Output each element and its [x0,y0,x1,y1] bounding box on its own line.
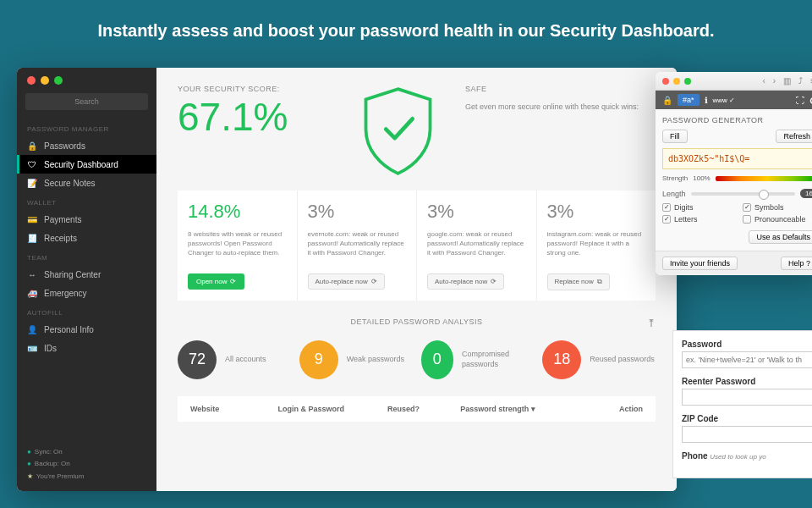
signup-form-peek: Password Reenter Password ZIP Code Phone… [672,330,812,478]
invite-button[interactable]: Invite your friends [662,257,738,270]
password-field-label: Password [682,340,812,349]
shield-icon: 🛡 [27,159,37,169]
lock-icon[interactable]: 🔒 [662,96,672,105]
collapse-icon[interactable]: ⤒ [647,318,656,329]
zip-field-label: ZIP Code [682,414,812,423]
sidebar-item-notes[interactable]: 📝Secure Notes [17,174,156,192]
sidebar-item-security[interactable]: 🛡Security Dashboard [17,155,156,174]
info-icon[interactable]: ℹ [705,96,708,105]
sidebar-item-personal[interactable]: 👤Personal Info [17,320,156,339]
phone-hint: Used to look up yo [710,453,765,461]
reenter-field[interactable] [682,389,812,406]
sidebar-item-label: Secure Notes [44,179,96,188]
stat-all[interactable]: 72 All accounts [178,340,291,379]
sidebar-item-sharing[interactable]: ↔Sharing Center [17,265,156,284]
auto-replace-button[interactable]: Auto-replace now ⟳ [308,273,385,290]
sidebar-item-payments[interactable]: 💳Payments [17,210,156,229]
stat-weak[interactable]: 9 Weak passwords [299,340,413,379]
window-traffic-lights [27,76,63,85]
sidebar-item-emergency[interactable]: 🚑Emergency [17,284,156,302]
sidebar: Search PASSWORD MANAGER 🔒Passwords 🛡Secu… [17,68,156,491]
sidebar-item-passwords[interactable]: 🔒Passwords [17,136,156,155]
analysis-table-header: Website Login & Password Reused? Passwor… [178,396,656,422]
close-dot[interactable] [662,78,669,85]
tab-generator[interactable]: #a* [678,94,700,106]
card-desc: instagram.com: weak or reused password! … [547,229,646,263]
use-defaults-button[interactable]: Use as Defaults [749,230,812,244]
backup-status: Backup: On [27,458,84,470]
nav-impala-icon[interactable]: ⤴ [796,76,805,86]
open-now-button[interactable]: Open now ⟳ [188,273,244,290]
option-digits[interactable]: ✓Digits [662,203,738,212]
stat-circle: 0 [421,340,454,379]
nav-menu-icon[interactable]: ≡ [808,76,812,86]
id-icon: 🪪 [27,343,37,353]
search-input[interactable]: Search [25,93,148,110]
maximize-dot[interactable] [54,76,63,85]
nav-back-icon[interactable]: ‹ [760,76,767,86]
nav-panel-icon[interactable]: ▥ [781,76,793,86]
generator-titlebar: ‹ › ▥ ⤴ ≡ [656,72,812,91]
card-2: 3% google.com: weak or reused password! … [417,190,536,301]
card-desc: google.com: weak or reused password! Aut… [427,229,526,263]
replace-button[interactable]: Replace now ⧉ [547,273,610,290]
card-desc: 8 websites with weak or reused passwords… [188,229,287,263]
stat-label: Weak passwords [347,355,404,365]
stat-label: Compromised passwords [462,350,534,369]
col-reused[interactable]: Reused? [387,405,460,413]
option-pronounceable[interactable]: Pronounceable [743,215,812,224]
stat-circle: 9 [299,340,338,379]
option-symbols[interactable]: ✓Symbols [743,203,812,212]
generator-toolbar: 🔒 #a* ℹ www ✓ ⛶ ⏻ [656,91,812,109]
zip-field[interactable] [682,426,812,443]
refresh-button[interactable]: Refresh [776,130,812,143]
stat-circle: 18 [542,340,581,379]
share-icon: ↔ [27,269,37,279]
auto-replace-button[interactable]: Auto-replace now ⟳ [427,273,504,290]
length-slider[interactable] [691,192,796,196]
option-letters[interactable]: ✓Letters [662,215,738,224]
stat-circle: 72 [178,340,217,379]
card-3: 3% instagram.com: weak or reused passwor… [537,190,656,301]
score-value: 67.1% [178,97,330,136]
sidebar-item-label: IDs [44,344,57,353]
reenter-field-label: Reenter Password [682,377,812,386]
col-strength[interactable]: Password strength ▾ [460,405,569,413]
app-window: Search PASSWORD MANAGER 🔒Passwords 🛡Secu… [17,68,677,491]
receipt-icon: 🧾 [27,233,37,243]
stat-compromised[interactable]: 0 Compromised passwords [421,340,535,379]
expand-icon[interactable]: ⛶ [796,96,804,105]
strength-label: Strength [662,174,688,182]
password-field[interactable] [682,351,812,368]
nav-fwd-icon[interactable]: › [771,76,778,86]
quick-win-cards: 14.8% 8 websites with weak or reused pas… [178,190,656,301]
stat-reused[interactable]: 18 Reused passwords [542,340,656,379]
sidebar-item-ids[interactable]: 🪪IDs [17,339,156,357]
card-percent: 3% [547,201,646,223]
minimize-dot[interactable] [673,78,680,85]
col-login[interactable]: Login & Password [278,405,387,413]
help-button[interactable]: Help ? [781,257,812,270]
sidebar-item-label: Payments [44,215,81,224]
strength-bar [716,176,812,181]
sidebar-item-receipts[interactable]: 🧾Receipts [17,229,156,247]
generated-password[interactable]: db3XOZk5~"hI$\Q= [662,148,812,169]
stat-label: All accounts [225,355,266,365]
section-team: TEAM [17,247,156,265]
card-percent: 14.8% [188,201,287,223]
close-dot[interactable] [27,76,36,85]
sidebar-item-label: Personal Info [44,325,94,334]
col-website[interactable]: Website [190,405,278,413]
sidebar-item-label: Security Dashboard [44,160,118,169]
analysis-title: DETAILED PASSWORD ANALYSIS [350,318,482,326]
shield-icon [347,85,448,178]
www-icon[interactable]: www ✓ [713,97,736,104]
maximize-dot[interactable] [684,78,691,85]
sidebar-item-label: Emergency [44,289,87,298]
person-icon: 👤 [27,324,37,334]
minimize-dot[interactable] [41,76,49,85]
emergency-icon: 🚑 [27,288,37,298]
fill-button[interactable]: Fill [662,130,688,143]
phone-field-label: Phone [682,451,708,461]
card-1: 3% evernote.com: weak or reused password… [298,190,417,301]
